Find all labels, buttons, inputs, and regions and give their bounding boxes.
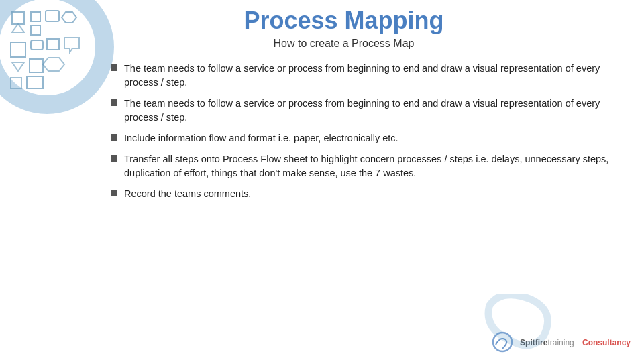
logo-area: Spitfiretraining Consultancy bbox=[490, 330, 631, 354]
bullet-item-5: Record the teams comments. bbox=[111, 187, 617, 201]
bullet-square-1 bbox=[111, 64, 117, 71]
svg-rect-12 bbox=[11, 78, 21, 88]
bullet-square-3 bbox=[111, 134, 117, 141]
bullet-square-5 bbox=[111, 190, 117, 196]
spitfire-logo-icon bbox=[490, 330, 515, 354]
bullet-list: The team needs to follow a service or pr… bbox=[111, 62, 617, 201]
bullet-square-4 bbox=[111, 155, 117, 162]
bullet-square-2 bbox=[111, 99, 117, 106]
spitfire-label: Spitfiretraining bbox=[520, 338, 576, 347]
bullet-text-1: The team needs to follow a service or pr… bbox=[124, 62, 617, 90]
bullet-text-4: Transfer all steps onto Process Flow she… bbox=[124, 152, 617, 180]
svg-rect-10 bbox=[30, 59, 43, 72]
bullet-text-3: Include information flow and format i.e.… bbox=[124, 131, 617, 145]
consultancy-label: Consultancy bbox=[582, 338, 631, 347]
svg-rect-2 bbox=[46, 11, 59, 21]
subtitle: How to create a Process Map bbox=[70, 38, 617, 50]
svg-rect-0 bbox=[12, 12, 24, 24]
bullet-text-5: Record the teams comments. bbox=[124, 187, 617, 201]
bullet-item-2: The team needs to follow a service or pr… bbox=[111, 97, 617, 125]
svg-rect-6 bbox=[11, 42, 25, 57]
svg-marker-8 bbox=[47, 39, 59, 50]
bullet-item-1: The team needs to follow a service or pr… bbox=[111, 62, 617, 90]
logo-text: Spitfiretraining Consultancy bbox=[520, 336, 631, 348]
main-content: Process Mapping How to create a Process … bbox=[104, 0, 631, 362]
svg-marker-5 bbox=[31, 25, 40, 35]
svg-rect-7 bbox=[31, 40, 43, 50]
svg-rect-13 bbox=[27, 76, 43, 88]
svg-marker-1 bbox=[31, 12, 40, 21]
svg-marker-4 bbox=[12, 24, 24, 32]
svg-marker-9 bbox=[12, 62, 24, 71]
page-title: Process Mapping bbox=[70, 7, 617, 35]
bullet-item-4: Transfer all steps onto Process Flow she… bbox=[111, 152, 617, 180]
bullet-text-2: The team needs to follow a service or pr… bbox=[124, 97, 617, 125]
bullet-item-3: Include information flow and format i.e.… bbox=[111, 131, 617, 145]
page-container: Process Mapping How to create a Process … bbox=[0, 0, 644, 362]
svg-marker-11 bbox=[43, 58, 64, 71]
